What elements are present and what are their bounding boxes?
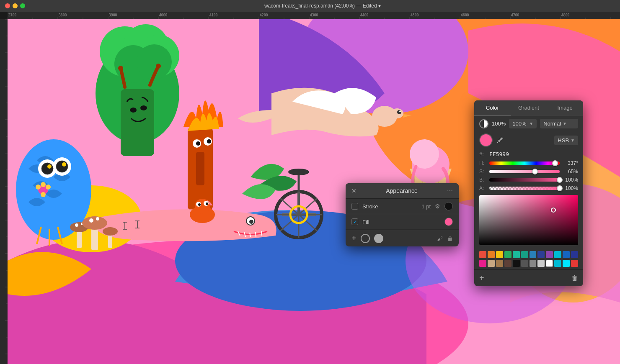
swatch-brown-dark[interactable] [504, 260, 512, 267]
opacity-blend-row: 100% 100% ▼ Normal ▼ [474, 116, 583, 131]
fullscreen-button[interactable] [20, 3, 25, 8]
stroke-label: Stroke [362, 203, 417, 210]
empty-circle-button[interactable] [361, 234, 370, 243]
hue-slider[interactable] [489, 161, 560, 165]
tab-color[interactable]: Color [474, 100, 511, 116]
close-button[interactable] [5, 3, 10, 8]
alpha-slider[interactable] [489, 187, 560, 190]
opacity-value: 100% [492, 120, 506, 127]
stroke-row: Stroke 1 pt ⚙ [346, 199, 459, 214]
appearance-options-icon[interactable]: 🖌 [437, 235, 443, 242]
swatch-orange[interactable] [488, 251, 495, 258]
svg-point-114 [103, 227, 118, 236]
blend-mode-value: Normal [543, 120, 561, 127]
tab-image[interactable]: Image [547, 100, 583, 116]
swatch-yellow[interactable] [496, 251, 503, 258]
swatch-black[interactable] [513, 260, 520, 267]
opacity-icon [479, 119, 488, 128]
alpha-thumb[interactable] [557, 185, 563, 191]
swatch-green[interactable] [504, 251, 512, 258]
alpha-value: 100% [563, 185, 578, 191]
blend-mode-dropdown[interactable]: Normal ▼ [540, 119, 578, 128]
eyedropper-button[interactable]: 🖉 [496, 136, 504, 145]
swatch-dark-gray[interactable] [521, 260, 528, 267]
swatch-white[interactable] [546, 260, 553, 267]
titlebar: wacom-freaks_final-resp.amdn (42.00%) — … [0, 0, 620, 12]
gradient-picker-thumb[interactable] [551, 208, 556, 213]
swatch-red[interactable] [479, 251, 486, 258]
bri-slider[interactable] [489, 178, 560, 182]
swatch-gray[interactable] [530, 260, 537, 267]
appearance-left-controls: ✕ [351, 187, 356, 194]
swatch-teal[interactable] [513, 251, 520, 258]
filled-circle-button[interactable] [374, 234, 383, 243]
svg-text:4100: 4100 [209, 13, 217, 17]
svg-rect-98 [196, 152, 204, 185]
ruler-left: 600 700 800 [0, 19, 8, 364]
bri-label: B: [479, 177, 486, 183]
minimize-button[interactable] [13, 3, 18, 8]
svg-point-135 [198, 203, 201, 206]
svg-point-102 [399, 110, 401, 112]
color-model-caret-icon: ▼ [571, 138, 575, 143]
swatch-light-gray[interactable] [537, 260, 545, 267]
swatches-area [474, 248, 583, 269]
swatch-light-cyan[interactable] [563, 260, 570, 267]
alpha-slider-row: A: 100% [474, 184, 583, 192]
svg-point-101 [397, 110, 401, 114]
svg-point-107 [75, 223, 78, 227]
svg-point-81 [41, 192, 46, 197]
delete-appearance-button[interactable]: 🗑 [447, 235, 453, 242]
color-swatch[interactable] [479, 133, 493, 147]
svg-rect-38 [0, 19, 8, 364]
svg-point-91 [118, 66, 123, 71]
swatch-row: 🖉 HSB ▼ [474, 131, 583, 149]
sat-value: 65% [563, 169, 578, 174]
svg-point-96 [196, 141, 200, 146]
delete-color-button[interactable]: 🗑 [571, 274, 578, 282]
appearance-expand-icon[interactable]: ⋯ [447, 187, 453, 194]
svg-point-112 [96, 217, 99, 220]
fill-checkbox[interactable]: ✓ [351, 218, 358, 225]
opacity-dropdown[interactable]: 100% ▼ [509, 119, 537, 128]
fill-checkmark-icon: ✓ [353, 219, 357, 225]
appearance-close-button[interactable]: ✕ [351, 187, 356, 194]
swatch-cyan[interactable] [554, 251, 561, 258]
swatch-dark-teal[interactable] [521, 251, 528, 258]
sat-slider[interactable] [489, 170, 560, 173]
color-model-value: HSB [558, 137, 569, 144]
svg-text:3800: 3800 [59, 13, 67, 17]
bri-thumb[interactable] [557, 177, 563, 183]
sat-thumb[interactable] [532, 169, 538, 174]
hex-value[interactable]: FF5999 [489, 151, 509, 157]
swatch-pink[interactable] [479, 260, 486, 267]
svg-point-73 [41, 163, 53, 174]
color-gradient-picker[interactable] [479, 195, 578, 245]
swatch-red-2[interactable] [571, 260, 578, 267]
svg-point-92 [156, 64, 161, 69]
add-appearance-button[interactable]: + [351, 233, 356, 243]
fill-color-swatch[interactable] [444, 218, 453, 226]
tab-gradient[interactable]: Gradient [511, 100, 547, 116]
stroke-checkbox[interactable] [351, 203, 358, 210]
swatch-indigo[interactable] [571, 251, 578, 258]
add-color-button[interactable]: + [479, 273, 484, 283]
sat-label: S: [479, 169, 486, 174]
swatch-tan[interactable] [488, 260, 495, 267]
swatch-cyan-2[interactable] [554, 260, 561, 267]
svg-text:3700: 3700 [8, 13, 16, 17]
svg-rect-88 [121, 89, 154, 156]
swatch-blue[interactable] [530, 251, 537, 258]
swatch-navy[interactable] [563, 251, 570, 258]
appearance-title: Appearance [386, 187, 418, 194]
svg-point-117 [410, 139, 439, 169]
color-model-dropdown[interactable]: HSB ▼ [554, 136, 578, 145]
hue-thumb[interactable] [552, 160, 558, 166]
hue-slider-row: H: 337° [474, 159, 583, 167]
swatch-purple[interactable] [546, 251, 553, 258]
swatch-brown-light[interactable] [496, 260, 503, 267]
stroke-settings-icon[interactable]: ⚙ [435, 203, 440, 210]
svg-point-80 [46, 185, 51, 190]
stroke-color-swatch[interactable] [444, 202, 453, 210]
swatch-dark-blue[interactable] [537, 251, 545, 258]
